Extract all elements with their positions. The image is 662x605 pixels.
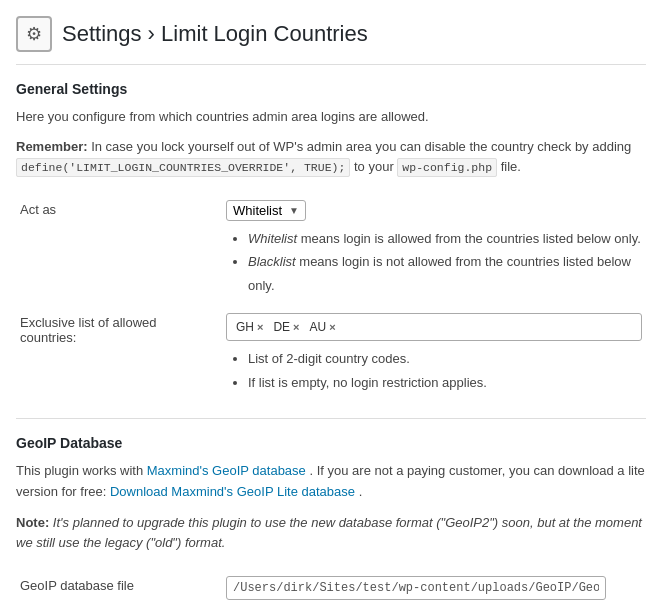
countries-input-cell: GH × DE × AU × List of 2-digit country c… [216,305,646,402]
country-input-box[interactable]: GH × DE × AU × [226,313,642,341]
remove-gh-button[interactable]: × [257,322,263,333]
country-hint-1: List of 2-digit country codes. [248,347,642,370]
geoip-desc-end: . [359,484,363,499]
countries-label: Exclusive list of allowed countries: [16,305,216,402]
whitelist-desc: Whitelist means login is allowed from th… [248,227,642,250]
page-title: Settings › Limit Login Countries [62,21,368,47]
geoip-desc-before-link1: This plugin works with [16,463,147,478]
country-code-au: AU [310,320,327,334]
db-file-input[interactable] [226,576,606,600]
country-tag-au: AU × [306,319,340,335]
note-text-content: It's planned to upgrade this plugin to u… [16,515,642,551]
geoip-link2[interactable]: Download Maxmind's GeoIP Lite database [110,484,355,499]
general-settings-title: General Settings [16,81,646,97]
remember-text: In case you lock yourself out of WP's ad… [91,139,631,154]
remember-note: Remember: In case you lock yourself out … [16,137,646,179]
act-as-description: Whitelist means login is allowed from th… [226,227,642,297]
geoip-section-title: GeoIP Database [16,435,646,451]
whitelist-term: Whitelist [248,231,297,246]
geoip-section: GeoIP Database This plugin works with Ma… [16,435,646,605]
remember-label: Remember: [16,139,88,154]
blacklist-term: Blacklist [248,254,296,269]
country-code-de: DE [273,320,290,334]
remove-au-button[interactable]: × [329,322,335,333]
db-file-label: GeoIP database file [16,568,216,605]
act-as-label: Act as [16,192,216,305]
config-file: wp-config.php [397,158,497,177]
page-wrapper: ⚙ Settings › Limit Login Countries Gener… [0,0,662,605]
remember-end: file. [501,159,521,174]
country-tag-gh: GH × [232,319,267,335]
code-snippet: define('LIMIT_LOGIN_COUNTRIES_OVERRIDE',… [16,158,350,177]
settings-icon: ⚙ [16,16,52,52]
act-as-row: Act as Whitelist Blacklist ▼ Whitelist m… [16,192,646,402]
act-as-select-container: Whitelist Blacklist ▼ [226,200,306,221]
remove-de-button[interactable]: × [293,322,299,333]
page-header: ⚙ Settings › Limit Login Countries [16,16,646,65]
countries-hints: List of 2-digit country codes. If list i… [226,347,642,394]
section-divider [16,418,646,419]
act-as-input-cell: Whitelist Blacklist ▼ Whitelist means lo… [216,192,646,305]
geoip-db-row: GeoIP database file [16,568,646,605]
general-settings-desc: Here you configure from which countries … [16,107,646,127]
country-tag-de: DE × [269,319,303,335]
geoip-note: Note: It's planned to upgrade this plugi… [16,513,646,555]
geoip-link1[interactable]: Maxmind's GeoIP database [147,463,306,478]
blacklist-desc: Blacklist means login is not allowed fro… [248,250,642,297]
note-label: Note: [16,515,49,530]
db-file-input-cell [216,568,646,605]
remember-suffix: to your [354,159,397,174]
geoip-description: This plugin works with Maxmind's GeoIP d… [16,461,646,503]
act-as-select[interactable]: Whitelist Blacklist [233,203,299,218]
country-hint-2: If list is empty, no login restriction a… [248,371,642,394]
country-code-gh: GH [236,320,254,334]
